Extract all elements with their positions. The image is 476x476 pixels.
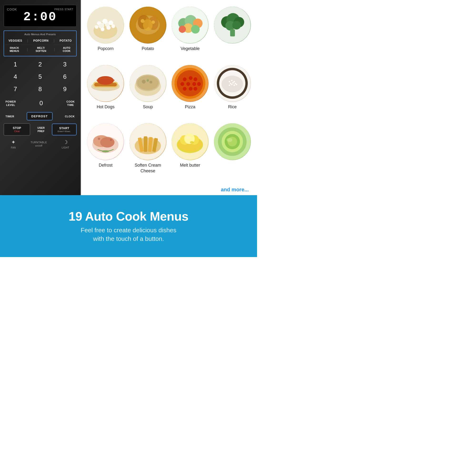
light-icon: ☽ — [63, 139, 68, 145]
rice-label: Rice — [228, 104, 237, 110]
hotdog-image — [87, 65, 124, 102]
stop-clear-button[interactable]: STOPClear — [3, 123, 30, 136]
svg-point-66 — [234, 81, 235, 82]
popcorn-label: Popcorn — [98, 46, 114, 51]
svg-point-55 — [192, 82, 196, 86]
food-item-defrost: Defrost — [85, 121, 127, 186]
menu-presets-box: Auto Menus And Presets VEGGIES | POPCORN… — [3, 31, 77, 56]
svg-point-67 — [230, 83, 231, 84]
num-9-button[interactable]: 9 — [53, 84, 77, 95]
food-grid-section: Popcorn — [81, 0, 257, 195]
defrost-image — [87, 123, 124, 160]
num-8-button[interactable]: 8 — [28, 84, 52, 95]
svg-point-18 — [141, 19, 144, 23]
display-area: COOK PRESS START 2:00 — [3, 5, 77, 27]
food-item-pizza: Pizza — [169, 63, 211, 121]
svg-point-73 — [236, 84, 237, 85]
svg-point-57 — [183, 87, 187, 91]
fan-label: FAN — [11, 146, 16, 149]
and-more-label: and more... — [85, 187, 254, 193]
veggies-button[interactable]: VEGGIES — [7, 38, 24, 43]
num-4-button[interactable]: 4 — [3, 71, 27, 82]
svg-point-10 — [95, 25, 99, 29]
numpad: 1 2 3 4 5 6 7 8 9 — [3, 59, 77, 95]
soften-label: Soften CreamCheese — [135, 163, 161, 174]
defrost-button[interactable]: DEFROST — [27, 112, 52, 120]
clock-button[interactable]: CLOCK — [63, 114, 77, 119]
num-1-button[interactable]: 1 — [3, 59, 27, 70]
pizza-label: Pizza — [185, 104, 195, 110]
num-5-button[interactable]: 5 — [28, 71, 52, 82]
light-label: LIGHT — [62, 146, 69, 149]
menu-title: Auto Menus And Presets — [5, 33, 75, 36]
svg-point-12 — [105, 23, 109, 26]
num-7-button[interactable]: 7 — [3, 84, 27, 95]
time-display: 2:00 — [7, 10, 73, 24]
food-item-broccoli — [211, 5, 254, 63]
melt-image — [171, 123, 208, 160]
svg-rect-84 — [144, 136, 147, 152]
food-item-lettuce — [211, 121, 254, 186]
menu-row-1: VEGGIES | POPCORN | POTATO — [5, 38, 75, 44]
food-item-soup: Soup — [127, 63, 169, 121]
num-6-button[interactable]: 6 — [53, 71, 77, 82]
popcorn-image — [87, 7, 124, 44]
power-zero-cooktime-row: POWERLEVEL 0 COOKTIME — [3, 97, 77, 109]
light-button[interactable]: ☽ LIGHT — [62, 139, 69, 149]
snack-menus-button[interactable]: SNACKMENUS — [9, 46, 20, 53]
melt-soften-button[interactable]: MELT/SOFTEN — [35, 46, 47, 53]
svg-point-52 — [193, 77, 197, 81]
start-button[interactable]: STARTEnter/+30sec. — [52, 123, 77, 136]
food-item-vegetable: Vegetable — [169, 5, 211, 63]
bottom-section: 19 Auto Cook Menus Feel free to create d… — [0, 195, 257, 257]
food-grid: Popcorn — [85, 5, 254, 186]
svg-point-56 — [197, 82, 201, 86]
menu-row-2: SNACKMENUS | MELT/SOFTEN | AUTOCOOK — [5, 45, 75, 54]
food-item-melt: Melt butter — [169, 121, 211, 186]
defrost-label: Defrost — [99, 163, 113, 168]
food-item-rice: Rice — [211, 63, 254, 121]
broccoli-image — [214, 7, 251, 44]
fan-button[interactable]: ✦ FAN — [11, 139, 16, 149]
press-start-label: PRESS START — [54, 8, 73, 11]
hotdog-label: Hot Dogs — [97, 104, 115, 110]
svg-point-65 — [231, 80, 233, 81]
vegetable-label: Vegetable — [181, 46, 200, 51]
turntable-label: TURNTABLEon/off — [31, 141, 47, 148]
soup-label: Soup — [143, 104, 153, 110]
power-level-button[interactable]: POWERLEVEL — [3, 99, 18, 108]
svg-point-64 — [229, 81, 230, 82]
utility-row: ✦ FAN TURNTABLEon/off ☽ LIGHT — [3, 139, 77, 149]
svg-point-33 — [232, 21, 241, 30]
bottom-title: 19 Auto Cook Menus — [68, 209, 188, 223]
svg-point-79 — [110, 139, 112, 141]
svg-point-59 — [193, 87, 197, 91]
potato-button[interactable]: POTATO — [58, 38, 73, 43]
num-2-button[interactable]: 2 — [28, 59, 52, 70]
svg-point-39 — [97, 76, 114, 85]
melt-label: Melt butter — [180, 163, 200, 168]
potato-image — [130, 7, 166, 44]
cook-time-button[interactable]: COOKTIME — [65, 99, 77, 108]
bottom-subtitle: Feel free to create delicious disheswith… — [81, 226, 176, 243]
timer-defrost-clock-row: TIMER DEFROST CLOCK — [3, 112, 77, 121]
popcorn-button[interactable]: POPCORN — [32, 38, 50, 43]
auto-cook-button[interactable]: AUTOCOOK — [62, 46, 72, 53]
svg-point-72 — [234, 85, 235, 86]
num-0-button[interactable]: 0 — [39, 98, 43, 109]
svg-point-77 — [100, 137, 115, 148]
timer-button[interactable]: TIMER — [3, 114, 16, 119]
svg-point-50 — [183, 77, 187, 81]
svg-point-80 — [102, 150, 109, 153]
svg-point-20 — [146, 17, 149, 20]
food-item-hotdog: Hot Dogs — [85, 63, 127, 121]
num-3-button[interactable]: 3 — [53, 59, 77, 70]
svg-point-53 — [180, 82, 184, 86]
svg-point-45 — [150, 81, 152, 84]
pizza-image — [171, 65, 208, 102]
turntable-button[interactable]: TURNTABLEon/off — [31, 141, 47, 148]
soup-image — [130, 65, 166, 102]
vegetable-image — [171, 7, 208, 44]
user-pref-button[interactable]: USERPREF — [32, 126, 51, 133]
svg-point-100 — [227, 138, 232, 142]
